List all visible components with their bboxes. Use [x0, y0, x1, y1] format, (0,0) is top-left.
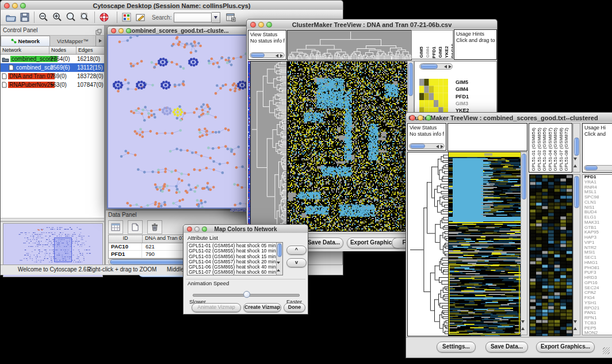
attribute-list-label: Attribute List: [188, 235, 218, 241]
tv1-zoom-row-label[interactable]: GIM3: [456, 100, 472, 107]
tv2-hints-hscroll[interactable]: [584, 165, 612, 171]
toolbar-separator: [117, 12, 117, 23]
minimize-icon[interactable]: [118, 28, 124, 33]
zoom-selected-icon[interactable]: [78, 11, 92, 24]
animation-speed-slider[interactable]: [193, 291, 300, 298]
tv1-zoom-hscroll[interactable]: [419, 63, 453, 70]
open-session-icon[interactable]: [4, 11, 18, 24]
tv2-column-label[interactable]: GPL51-08 (GSM872): [564, 128, 569, 171]
tv2-column-label[interactable]: GPL51-02 (GSM855): [537, 128, 542, 171]
tv1-usage-hints: Usage HintsClick and drag to: [454, 29, 497, 60]
tv2-save-data-button[interactable]: Save Data...: [485, 342, 528, 352]
tv2-column-label[interactable]: GPL51-06 (GSM865): [553, 128, 558, 171]
minimize-icon[interactable]: [12, 3, 18, 9]
tv1-heatmap[interactable]: [287, 61, 408, 232]
tv1-column-dendrogram[interactable]: [287, 30, 412, 60]
tv2-row-dendrogram[interactable]: [407, 152, 449, 336]
save-session-icon[interactable]: [18, 11, 32, 24]
delete-attribute-icon[interactable]: [147, 220, 162, 234]
tv1-status-hscroll[interactable]: [250, 52, 285, 58]
column-header-edges[interactable]: Edges: [76, 47, 104, 55]
attribute-list-item[interactable]: GPL51-07 (GSM868) heat shock 60 min: [189, 270, 281, 275]
create-vizmap-button[interactable]: Create Vizmap: [243, 303, 281, 312]
tv2-zoom-heatmap[interactable]: [529, 174, 573, 336]
zoom-window-icon[interactable]: [126, 28, 131, 33]
tv1-column-label[interactable]: PFD1: [431, 47, 437, 58]
attribute-listbox[interactable]: GPL51-01 (GSM854) heat shock 05 minGPL51…: [187, 242, 283, 275]
tv2-column-label[interactable]: GPL51-04 (GSM857): [548, 128, 553, 171]
tv1-column-label[interactable]: PAC10: [450, 44, 453, 58]
network1-canvas[interactable]: [108, 36, 249, 208]
network-list-row[interactable]: combined_scores2764(0)16218(0): [1, 55, 104, 63]
column-header-id[interactable]: ID: [109, 235, 143, 243]
tv2-column-dendrogram-area[interactable]: [447, 123, 527, 151]
attribute-list-vscroll[interactable]: [276, 243, 282, 275]
tv1-zoom-row-label[interactable]: PFD1: [456, 93, 472, 100]
tv1-zoom-row-label[interactable]: GIM4: [456, 86, 472, 93]
tv2-zoom-vscroll[interactable]: [573, 174, 580, 335]
slider-thumb[interactable]: [243, 291, 250, 298]
close-icon[interactable]: [410, 115, 415, 121]
close-icon[interactable]: [187, 227, 192, 232]
attribute-browser-icon[interactable]: [224, 11, 238, 24]
minimize-icon[interactable]: [194, 227, 200, 232]
tv1-column-label[interactable]: YKE2: [444, 46, 449, 58]
cell-value: 790: [142, 251, 155, 258]
close-icon[interactable]: [4, 3, 10, 9]
vizmapper-icon[interactable]: [120, 11, 133, 24]
tv2-view-status: View StatusNo status info f: [407, 123, 446, 151]
tv2-column-label[interactable]: GPL51-01 (GSM854): [531, 128, 536, 171]
tab-network[interactable]: Network: [1, 36, 50, 46]
zoom-in-icon[interactable]: [51, 11, 64, 24]
attribute-select-icon[interactable]: [108, 220, 123, 234]
control-panel-title: Control Panel: [3, 27, 38, 33]
search-dropdown-button[interactable]: [212, 12, 220, 23]
new-attribute-icon[interactable]: [128, 220, 143, 234]
minimize-icon[interactable]: [258, 22, 264, 28]
minimize-icon[interactable]: [418, 115, 423, 121]
panel-divider[interactable]: [1, 219, 104, 222]
network-list-row[interactable]: RNAPuberNov2+563(0)107847(0): [1, 81, 104, 89]
column-header-nodes[interactable]: Nodes: [49, 47, 76, 55]
network-list-row[interactable]: DNA and Tran 07769(0)183728(0): [1, 72, 104, 81]
tv2-status-hscroll[interactable]: [409, 143, 445, 149]
close-icon[interactable]: [111, 28, 116, 33]
move-down-button[interactable]: v: [286, 258, 307, 267]
tv2-settings-button[interactable]: Settings...: [437, 342, 476, 352]
tv2-collabel-vscroll[interactable]: [573, 123, 580, 173]
tv1-save-data-button[interactable]: Save Data...: [304, 237, 343, 248]
tv2-column-label[interactable]: GPL51-03 (GSM856): [542, 128, 547, 171]
network-list-row[interactable]: combined_sco2569(6)13112(15): [1, 63, 104, 72]
animate-vizmap-button[interactable]: Animate Vizmap: [192, 303, 241, 312]
zoom-fit-icon[interactable]: [64, 11, 78, 24]
cell-id: PAC10: [109, 243, 142, 250]
zoom-window-icon[interactable]: [426, 115, 431, 121]
annotation-icon[interactable]: [133, 11, 147, 24]
tv1-row-dendrogram[interactable]: [250, 61, 287, 232]
search-input[interactable]: [174, 13, 212, 22]
tv2-heatmap-vscroll[interactable]: [521, 152, 527, 335]
zoom-window-icon[interactable]: [266, 22, 272, 28]
tab-vizmapper[interactable]: VizMapper™: [50, 36, 96, 46]
close-icon[interactable]: [250, 22, 256, 28]
tv2-heatmap[interactable]: [448, 152, 521, 336]
gene-label[interactable]: MON2: [583, 331, 612, 335]
network-tree-area[interactable]: [1, 90, 104, 219]
help-lifering-icon[interactable]: [97, 11, 111, 24]
move-up-button[interactable]: ^: [286, 246, 307, 255]
tv1-column-label[interactable]: GIM4: [425, 47, 430, 58]
resize-grip[interactable]: [603, 347, 610, 354]
tv1-column-label[interactable]: GIM5: [419, 47, 424, 58]
zoom-out-icon[interactable]: [37, 11, 51, 24]
done-button[interactable]: Done: [284, 303, 305, 312]
network-nodes: 2764(0): [50, 56, 70, 62]
tv2-export-graphics-button[interactable]: Export Graphics...: [536, 342, 595, 352]
tv1-zoom-row-label[interactable]: GIM5: [456, 79, 472, 86]
desktop: Cytoscape Desktop (Session Name: collins…: [0, 0, 612, 364]
tv1-column-label[interactable]: GIM3: [438, 47, 443, 58]
zoom-window-icon[interactable]: [202, 227, 207, 232]
tab-overflow-button[interactable]: [95, 36, 104, 46]
column-header-network[interactable]: Network: [1, 47, 49, 55]
tv2-column-label[interactable]: GPL51-07 (GSM868): [559, 128, 564, 171]
zoom-window-icon[interactable]: [20, 3, 26, 9]
